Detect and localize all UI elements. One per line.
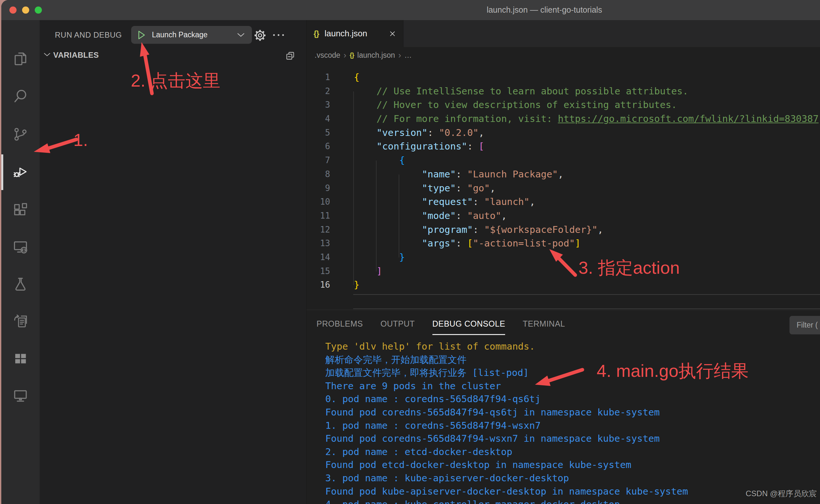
line-number: 4 xyxy=(307,112,330,126)
search-icon xyxy=(12,88,29,105)
console-line: 2. pod name : etcd-docker-desktop xyxy=(325,445,820,459)
sidebar-item-explorer[interactable] xyxy=(1,43,40,75)
line-number: 10 xyxy=(307,195,330,209)
line-number: 14 xyxy=(307,250,330,264)
line-number: 8 xyxy=(307,167,330,181)
panel-tabs: PROBLEMSOUTPUTDEBUG CONSOLETERMINAL xyxy=(317,310,565,335)
sidebar-item-document-arrow[interactable] xyxy=(1,306,40,337)
code-line-7: 7 { xyxy=(307,153,820,167)
line-number: 6 xyxy=(307,139,330,153)
git-branch-icon xyxy=(12,126,29,143)
console-line: Found pod etcd-docker-desktop in namespa… xyxy=(325,458,820,472)
close-tab-icon[interactable] xyxy=(389,30,396,37)
window-title: launch.json — client-go-tutorials xyxy=(487,5,602,15)
sidebar-item-run-and-debug[interactable] xyxy=(1,156,40,187)
sidebar-title: RUN AND DEBUG xyxy=(55,30,122,40)
code-line-11: 11 "mode": "auto", xyxy=(307,209,820,223)
chevron-down-icon xyxy=(237,33,245,37)
variables-section-label: VARIABLES xyxy=(53,51,99,60)
sidebar-item-grid[interactable] xyxy=(1,343,40,374)
vscode-window: launch.json — client-go-tutorials xyxy=(1,0,820,504)
close-window-button[interactable] xyxy=(9,6,17,14)
line-number: 7 xyxy=(307,153,330,167)
line-number: 2 xyxy=(307,84,330,98)
title-bar: launch.json — client-go-tutorials xyxy=(1,0,820,20)
extensions-icon xyxy=(12,201,29,218)
line-number: 13 xyxy=(307,236,330,250)
console-filter-input[interactable] xyxy=(790,316,820,334)
sidebar-item-remote-explorer[interactable] xyxy=(1,232,40,263)
code-line-2: 2 // Use IntelliSense to learn about pos… xyxy=(307,84,820,98)
grid-icon xyxy=(12,350,29,367)
code-line-3: 3 // Hover to view descriptions of exist… xyxy=(307,98,820,112)
console-line: Type 'dlv help' for list of commands. xyxy=(325,340,820,353)
code-line-5: 5 "version": "0.2.0", xyxy=(307,126,820,140)
debug-play-bug-icon xyxy=(12,163,29,180)
code-line-6: 6 "configurations": [ xyxy=(307,139,820,153)
console-line: 0. pod name : coredns-565d847f94-qs6tj xyxy=(325,392,820,406)
line-number: 1 xyxy=(307,70,330,84)
line-number: 3 xyxy=(307,98,330,112)
tab-bar: {} launch.json xyxy=(307,20,820,47)
current-line-border-bottom xyxy=(353,308,820,309)
panel-tab-output[interactable]: OUTPUT xyxy=(380,310,415,335)
document-arrow-icon xyxy=(12,313,29,330)
launch-config-dropdown[interactable]: Launch Package xyxy=(131,26,252,44)
sidebar-item-search[interactable] xyxy=(1,81,40,112)
panel-tab-problems[interactable]: PROBLEMS xyxy=(317,310,363,335)
current-line-border-top xyxy=(353,294,820,295)
code-line-14: 14 } xyxy=(307,250,820,264)
tab-launch-json[interactable]: {} launch.json xyxy=(307,20,404,47)
minimize-window-button[interactable] xyxy=(22,6,29,14)
sidebar-item-vm-monitor[interactable] xyxy=(1,380,40,411)
console-line: Found pod coredns-565d847f94-qs6tj in na… xyxy=(325,406,820,419)
line-number: 15 xyxy=(307,264,330,278)
monitor-icon xyxy=(12,387,29,404)
code-line-4: 4 // For more information, visit: https:… xyxy=(307,112,820,126)
zoom-window-button[interactable] xyxy=(35,6,42,14)
chevron-down-icon xyxy=(43,53,51,57)
breadcrumb-folder[interactable]: .vscode xyxy=(315,51,340,60)
screenshot-stage: launch.json — client-go-tutorials xyxy=(0,0,820,504)
breadcrumb-file[interactable]: launch.json xyxy=(357,51,395,60)
variables-section-header[interactable]: VARIABLES xyxy=(40,50,307,63)
code-line-16: 16} xyxy=(307,278,820,292)
code-editor[interactable]: 1{2 // Use IntelliSense to learn about p… xyxy=(307,63,820,310)
code-line-10: 10 "request": "launch", xyxy=(307,195,820,209)
code-line-8: 8 "name": "Launch Package", xyxy=(307,167,820,181)
watermark: CSDN @程序员欣宸 xyxy=(746,488,817,499)
json-file-icon: {} xyxy=(314,29,319,38)
code-line-1: 1{ xyxy=(307,70,820,84)
editor-group: {} launch.json .vscode › {} launch.json … xyxy=(307,20,820,310)
bottom-panel: PROBLEMSOUTPUTDEBUG CONSOLETERMINAL Type… xyxy=(307,310,820,504)
line-number: 16 xyxy=(307,278,330,292)
breadcrumb-more[interactable]: … xyxy=(404,51,412,60)
activity-bar xyxy=(1,20,40,504)
code-line-9: 9 "type": "go", xyxy=(307,181,820,195)
annotation-step2: 2. 点击这里 xyxy=(131,69,221,93)
annotation-step4: 4. main.go执行结果 xyxy=(597,359,749,383)
panel-tab-debug-console[interactable]: DEBUG CONSOLE xyxy=(432,310,505,335)
gear-icon[interactable] xyxy=(253,28,268,43)
code-line-13: 13 "args": ["-action=list-pod"] xyxy=(307,236,820,250)
console-line: 1. pod name : coredns-565d847f94-wsxn7 xyxy=(325,419,820,432)
more-actions-icon[interactable] xyxy=(272,32,285,38)
collapse-all-icon[interactable] xyxy=(285,50,296,61)
code-line-15: 15 ] xyxy=(307,264,820,278)
flask-icon xyxy=(12,276,29,293)
panel-tab-terminal[interactable]: TERMINAL xyxy=(523,310,565,335)
line-number: 5 xyxy=(307,126,330,140)
sidebar-item-source-control[interactable] xyxy=(1,119,40,150)
code-line-12: 12 "program": "${workspaceFolder}", xyxy=(307,223,820,237)
sidebar-item-extensions[interactable] xyxy=(1,194,40,225)
start-debug-icon[interactable] xyxy=(136,30,146,40)
breadcrumb-separator: › xyxy=(344,52,346,58)
line-number: 12 xyxy=(307,223,330,237)
json-file-icon: {} xyxy=(350,52,354,59)
sidebar-item-testing[interactable] xyxy=(1,269,40,300)
launch-config-label: Launch Package xyxy=(152,30,208,39)
code-link[interactable]: https://go.microsoft.com/fwlink/?linkid=… xyxy=(558,113,819,124)
annotation-step1: 1. xyxy=(73,130,88,150)
line-number: 11 xyxy=(307,209,330,223)
tab-label: launch.json xyxy=(325,29,368,39)
